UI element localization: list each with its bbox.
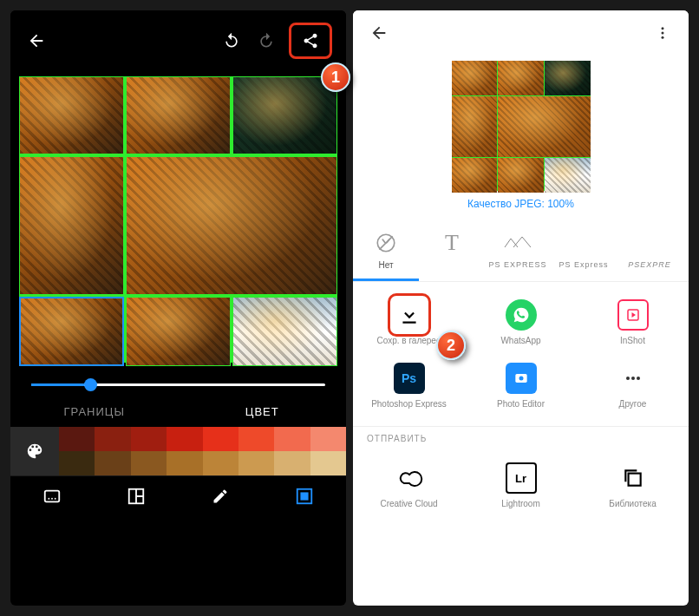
callout-badge-1: 1: [321, 62, 350, 92]
editor-screen: ГРАНИЦЫ ЦВЕТ: [10, 10, 346, 606]
app-library[interactable]: Библиотека: [577, 454, 689, 517]
collage-cell[interactable]: [232, 297, 337, 366]
nav-edit[interactable]: [179, 487, 263, 506]
collage-cell[interactable]: [19, 156, 124, 295]
app-other[interactable]: Другое: [577, 354, 689, 417]
color-swatch[interactable]: [95, 427, 130, 451]
app-inshot[interactable]: InShot: [577, 291, 689, 354]
more-icon: [617, 363, 649, 394]
editor-topbar: [10, 10, 346, 71]
svg-point-16: [519, 377, 523, 381]
collage-cell[interactable]: [126, 76, 231, 154]
app-label: WhatsApp: [500, 336, 540, 345]
send-section-label: ОТПРАВИТЬ: [353, 426, 689, 450]
nav-caption[interactable]: [10, 487, 95, 506]
collage-canvas[interactable]: [19, 76, 337, 363]
color-swatch[interactable]: [59, 427, 95, 451]
color-swatch[interactable]: [131, 427, 167, 451]
no-watermark-icon: [375, 229, 397, 257]
send-apps-grid: Creative Cloud Lr Lightroom Библиотека: [353, 450, 689, 526]
watermark-psexpress-1[interactable]: PS EXPRESS: [485, 226, 551, 281]
nav-layout[interactable]: [95, 487, 179, 506]
svg-point-2: [51, 498, 53, 500]
svg-point-9: [662, 27, 664, 29]
tab-color[interactable]: ЦВЕТ: [179, 405, 347, 418]
slider-thumb[interactable]: [84, 378, 97, 391]
back-button[interactable]: [24, 29, 49, 53]
inshot-icon: [617, 299, 649, 331]
color-swatch[interactable]: [238, 427, 274, 451]
app-label: Lightroom: [501, 499, 539, 508]
nav-border[interactable]: [262, 487, 346, 506]
share-screen: Качество JPEG: 100% Нет T PS EXPRESS PS …: [353, 10, 689, 606]
color-swatch[interactable]: [238, 451, 274, 475]
back-button[interactable]: [367, 21, 391, 45]
color-swatch[interactable]: [274, 427, 310, 451]
collage-cell-selected[interactable]: [19, 297, 124, 366]
whatsapp-icon: [506, 299, 537, 331]
tab-borders[interactable]: ГРАНИЦЫ: [10, 405, 179, 418]
share-button-highlight: [289, 23, 332, 59]
app-photo-editor[interactable]: Photo Editor: [465, 354, 577, 417]
watermark-strip: Нет T PS EXPRESS PS Express PSEXPRE: [353, 219, 689, 282]
svg-point-11: [662, 36, 664, 39]
quality-label[interactable]: Качество JPEG: 100%: [467, 198, 574, 210]
preview-collage: [452, 61, 591, 191]
app-label: Photo Editor: [497, 399, 545, 409]
watermark-psexpress-3[interactable]: PSEXPRE: [617, 226, 683, 281]
app-label: Сохр. в галерее: [377, 336, 441, 345]
color-swatch[interactable]: [203, 427, 238, 451]
color-swatch[interactable]: [310, 451, 346, 475]
color-swatch[interactable]: [310, 427, 346, 451]
color-palette: [10, 427, 346, 475]
app-label: InShot: [620, 336, 645, 345]
color-swatch[interactable]: [95, 451, 130, 475]
color-swatches: [59, 427, 346, 475]
preview-area: Качество JPEG: 100%: [353, 56, 689, 219]
watermark-label: Нет: [378, 260, 393, 270]
border-slider[interactable]: [31, 383, 325, 386]
creative-cloud-icon: [394, 462, 425, 494]
collage-cell[interactable]: [126, 297, 231, 366]
svg-rect-0: [45, 491, 60, 502]
app-whatsapp[interactable]: WhatsApp: [465, 291, 577, 354]
app-lightroom[interactable]: Lr Lightroom: [465, 454, 577, 517]
svg-point-3: [55, 498, 56, 500]
app-creative-cloud[interactable]: Creative Cloud: [353, 454, 465, 517]
save-highlight: [388, 293, 431, 337]
share-apps-grid: Сохр. в галерее WhatsApp InShot Ps Photo…: [353, 282, 689, 426]
redo-button[interactable]: [254, 29, 278, 53]
svg-line-13: [379, 236, 392, 249]
svg-point-1: [49, 498, 50, 500]
collage-cell[interactable]: [126, 156, 337, 295]
photoeditor-icon: [506, 363, 537, 394]
svg-point-10: [662, 32, 664, 35]
editor-bottombar: [10, 475, 346, 516]
svg-point-18: [631, 377, 635, 380]
undo-button[interactable]: [219, 29, 244, 53]
palette-icon[interactable]: [10, 427, 59, 475]
watermark-psexpress-2[interactable]: PS Express: [551, 226, 617, 281]
collage-cell[interactable]: [19, 76, 124, 154]
callout-badge-2: 2: [436, 331, 466, 360]
share-button[interactable]: [298, 29, 323, 53]
collage-cell[interactable]: [232, 76, 337, 154]
svg-rect-20: [628, 474, 640, 486]
watermark-text[interactable]: T: [419, 226, 485, 281]
app-label: Другое: [619, 399, 647, 409]
color-swatch[interactable]: [203, 451, 238, 475]
app-label: Библиотека: [609, 499, 656, 508]
color-swatch[interactable]: [167, 427, 202, 451]
watermark-none[interactable]: Нет: [353, 226, 419, 281]
color-swatch[interactable]: [59, 451, 95, 475]
download-icon: [394, 299, 425, 331]
color-swatch[interactable]: [167, 451, 202, 475]
lightroom-icon: Lr: [506, 462, 537, 494]
border-slider-wrap: [10, 368, 346, 396]
library-icon: [617, 462, 649, 494]
color-swatch[interactable]: [274, 451, 310, 475]
color-swatch[interactable]: [131, 451, 167, 475]
more-button[interactable]: [650, 21, 675, 45]
share-topbar: [353, 10, 689, 56]
app-photoshop-express[interactable]: Ps Photoshop Express: [353, 354, 465, 417]
